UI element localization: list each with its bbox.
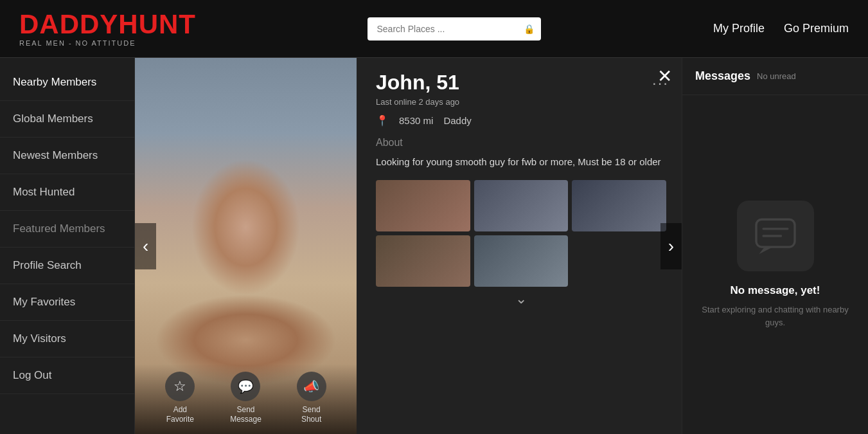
scroll-down-indicator: ⌄ <box>376 291 666 307</box>
add-favorite-button[interactable]: ☆ AddFavorite <box>165 372 195 424</box>
profile-name: John, 51 <box>376 71 459 95</box>
sidebar-item-log-out[interactable]: Log Out <box>0 357 134 394</box>
distance: 8530 mi <box>399 115 433 126</box>
center-content: ‹ ✕ ☆ AddFavorite <box>135 58 682 434</box>
pin-icon: 📍 <box>376 114 389 127</box>
photo-actions: ☆ AddFavorite 💬 SendMessage 📣 <box>135 364 357 434</box>
close-icon: ✕ <box>657 66 672 86</box>
send-message-label: SendMessage <box>230 405 261 424</box>
message-icon-large <box>737 201 814 271</box>
sidebar-item-my-favorites[interactable]: My Favorites <box>0 284 134 321</box>
photo-grid-row2 <box>376 235 666 287</box>
sidebar: Nearby Members Global Members Newest Mem… <box>0 58 135 434</box>
lock-icon: 🔒 <box>524 24 535 34</box>
right-panel: Messages No unread No message, yet! Star… <box>682 58 868 434</box>
last-online: Last online 2 days ago <box>376 97 669 107</box>
header-nav: My Profile Go Premium <box>713 22 849 35</box>
svg-rect-0 <box>756 219 795 247</box>
next-arrow-button[interactable]: › <box>660 223 682 269</box>
sidebar-item-newest-members[interactable]: Newest Members <box>0 138 134 174</box>
send-message-button[interactable]: 💬 SendMessage <box>230 372 261 424</box>
search-input[interactable] <box>368 17 541 41</box>
search-wrap: 🔒 <box>368 17 541 41</box>
logo-area: DADDYHUNT REAL MEN - NO ATTITUDE <box>19 11 196 47</box>
sidebar-item-most-hunted[interactable]: Most Hunted <box>0 174 134 211</box>
prev-arrow-button[interactable]: ‹ <box>135 223 156 269</box>
sidebar-item-my-visitors[interactable]: My Visitors <box>0 321 134 357</box>
messages-title: Messages <box>695 69 750 83</box>
profile-card: ☆ AddFavorite 💬 SendMessage 📣 <box>135 58 682 434</box>
messages-status: No unread <box>757 71 796 81</box>
megaphone-icon: 📣 <box>303 379 319 394</box>
about-text: Looking for young smooth guy for fwb or … <box>376 155 666 170</box>
send-shout-label: SendShout <box>301 405 321 424</box>
about-scroll[interactable]: About Looking for young smooth guy for f… <box>376 137 669 428</box>
header: DADDYHUNT REAL MEN - NO ATTITUDE 🔒 My Pr… <box>0 0 868 58</box>
tagline: REAL MEN - NO ATTITUDE <box>19 39 196 47</box>
profile-name-row: John, 51 ··· <box>376 71 669 95</box>
add-favorite-icon-circle: ☆ <box>165 372 195 401</box>
messages-header: Messages No unread <box>682 58 868 95</box>
send-shout-button[interactable]: 📣 SendShout <box>297 372 326 424</box>
photo-thumb-5[interactable] <box>474 235 569 287</box>
sidebar-item-global-members[interactable]: Global Members <box>0 101 134 138</box>
photo-thumb-4[interactable] <box>376 235 470 287</box>
arrow-right-icon: › <box>668 236 674 256</box>
photo-thumb-3[interactable] <box>572 180 666 231</box>
profile-photo-area: ☆ AddFavorite 💬 SendMessage 📣 <box>135 58 357 434</box>
profile-type: Daddy <box>443 115 471 126</box>
main-layout: Nearby Members Global Members Newest Mem… <box>0 58 868 434</box>
message-icon: 💬 <box>238 379 254 394</box>
close-button[interactable]: ✕ <box>657 68 672 86</box>
svg-marker-3 <box>759 247 772 254</box>
add-favorite-label: AddFavorite <box>166 405 194 424</box>
chevron-down-icon: ⌄ <box>515 291 527 307</box>
messages-empty-state: No message, yet! Start exploring and cha… <box>682 95 868 434</box>
location-row: 📍 8530 mi Daddy <box>376 114 669 127</box>
photo-thumb-2[interactable] <box>474 180 569 231</box>
arrow-left-icon: ‹ <box>143 236 148 256</box>
search-area: 🔒 <box>368 17 541 41</box>
message-bubble-icon <box>753 217 798 255</box>
photo-grid-row1 <box>376 180 666 231</box>
logo: DADDYHUNT <box>19 11 196 38</box>
sidebar-item-profile-search[interactable]: Profile Search <box>0 248 134 284</box>
sidebar-item-nearby-members[interactable]: Nearby Members <box>0 64 134 101</box>
no-message-sub: Start exploring and chatting with nearby… <box>695 303 855 329</box>
about-title: About <box>376 137 666 149</box>
star-icon: ☆ <box>173 378 186 395</box>
send-shout-icon-circle: 📣 <box>297 372 326 401</box>
profile-info: John, 51 ··· Last online 2 days ago 📍 85… <box>357 58 682 434</box>
go-premium-link[interactable]: Go Premium <box>784 22 849 35</box>
my-profile-link[interactable]: My Profile <box>713 22 765 35</box>
sidebar-item-featured-members[interactable]: Featured Members <box>0 211 134 248</box>
send-message-icon-circle: 💬 <box>231 372 260 401</box>
no-message-title: No message, yet! <box>731 284 820 297</box>
photo-thumb-1[interactable] <box>376 180 470 231</box>
